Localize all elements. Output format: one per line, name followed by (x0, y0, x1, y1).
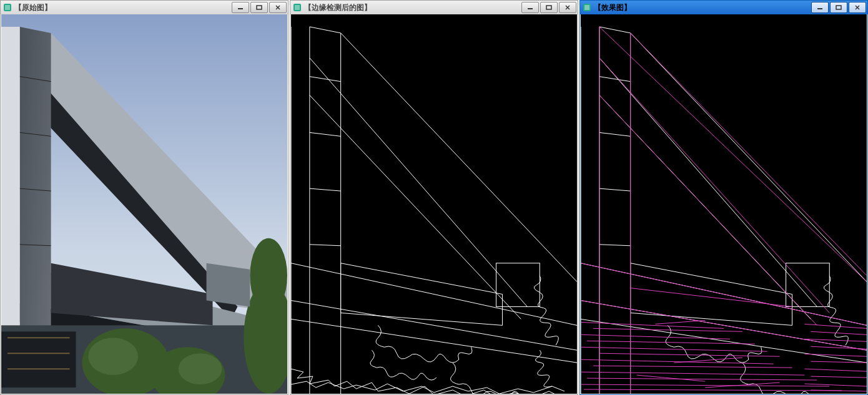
app-icon (583, 3, 591, 12)
svg-line-62 (581, 263, 867, 326)
close-button[interactable] (849, 2, 866, 13)
svg-line-53 (599, 77, 631, 82)
minimize-button[interactable] (521, 2, 539, 13)
titlebar-edges[interactable]: 【边缘检测后的图】 (290, 1, 578, 14)
svg-line-86 (811, 376, 867, 378)
svg-line-41 (310, 188, 341, 191)
svg-line-74 (593, 366, 792, 368)
svg-rect-1 (5, 5, 10, 10)
app-icon (293, 3, 302, 12)
titlebar-result[interactable]: 【效果图】 (580, 1, 867, 14)
close-button[interactable] (559, 2, 576, 13)
window-controls (811, 2, 866, 13)
svg-line-85 (804, 369, 867, 371)
maximize-button[interactable] (830, 2, 847, 13)
svg-rect-47 (836, 6, 841, 9)
window-controls (232, 2, 287, 13)
svg-line-89 (655, 320, 705, 324)
image-result (581, 14, 867, 394)
svg-line-73 (581, 359, 774, 364)
svg-line-39 (310, 77, 341, 82)
svg-point-26 (250, 238, 287, 313)
svg-line-69 (581, 334, 730, 339)
window-original: 【原始图】 (0, 0, 289, 395)
app-icon (3, 3, 12, 12)
svg-line-55 (599, 188, 631, 191)
svg-line-80 (811, 331, 867, 334)
svg-line-77 (581, 384, 829, 386)
svg-line-58 (599, 27, 867, 282)
window-controls (521, 2, 576, 13)
window-title: 【边缘检测后的图】 (304, 2, 372, 13)
svg-line-76 (587, 378, 817, 380)
close-button[interactable] (269, 2, 287, 13)
svg-point-28 (179, 353, 222, 384)
svg-rect-33 (546, 6, 551, 9)
svg-line-83 (804, 354, 867, 356)
svg-line-68 (593, 328, 742, 331)
svg-line-71 (581, 347, 767, 351)
window-title: 【原始图】 (14, 2, 52, 13)
svg-line-75 (581, 372, 804, 375)
svg-line-92 (705, 383, 779, 388)
image-edges (291, 14, 577, 394)
svg-line-72 (599, 353, 780, 356)
svg-rect-19 (1, 331, 76, 388)
maximize-button[interactable] (250, 2, 268, 13)
svg-line-54 (599, 132, 631, 136)
svg-line-59 (631, 33, 867, 276)
svg-marker-29 (207, 263, 250, 307)
svg-point-27 (88, 338, 138, 375)
svg-line-91 (637, 375, 706, 381)
titlebar-original[interactable]: 【原始图】 (1, 1, 288, 14)
svg-line-40 (310, 132, 341, 136)
svg-line-78 (584, 389, 842, 391)
window-result: 【效果图】 (579, 0, 868, 395)
svg-rect-3 (257, 6, 262, 9)
maximize-button[interactable] (540, 2, 558, 13)
window-title: 【效果图】 (594, 2, 631, 13)
svg-line-67 (581, 322, 724, 328)
svg-line-42 (310, 245, 341, 246)
svg-line-90 (674, 358, 742, 363)
minimize-button[interactable] (811, 2, 829, 13)
svg-rect-31 (295, 5, 300, 10)
svg-rect-45 (584, 5, 589, 10)
svg-line-66 (631, 288, 792, 307)
svg-line-82 (811, 346, 867, 349)
svg-line-79 (804, 324, 867, 328)
window-edges: 【边缘检测后的图】 (290, 0, 578, 395)
svg-line-70 (587, 341, 755, 344)
image-original (1, 14, 287, 394)
svg-line-56 (599, 245, 631, 246)
minimize-button[interactable] (232, 2, 249, 13)
